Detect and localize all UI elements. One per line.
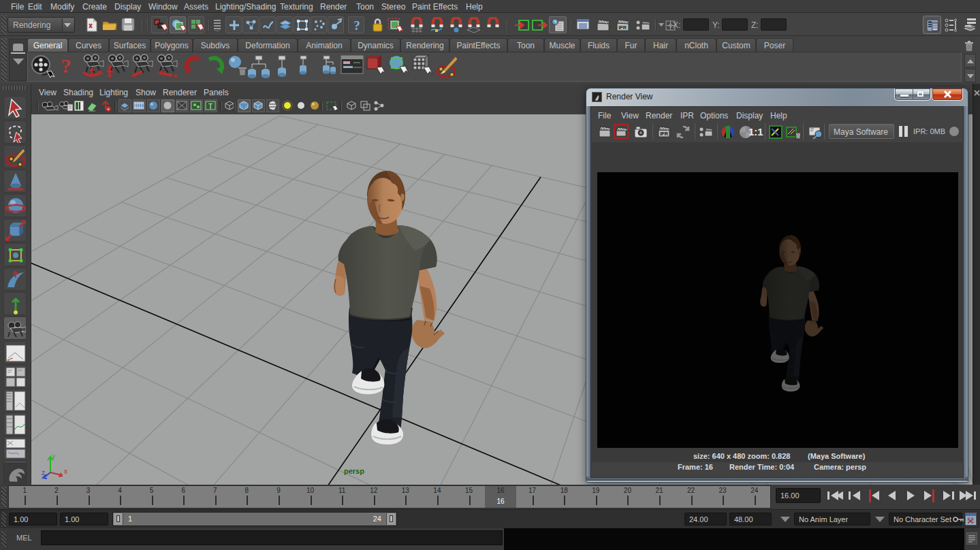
svg-text:z: z <box>42 469 45 476</box>
svg-text:IPR: IPR <box>618 25 627 30</box>
svg-text:IPR: IPR <box>660 131 668 136</box>
svg-text:?: ? <box>61 54 72 77</box>
svg-text:?: ? <box>353 18 360 33</box>
svg-text:y: y <box>52 453 55 460</box>
svg-text:+: + <box>107 106 110 112</box>
svg-text:T: T <box>208 102 213 110</box>
svg-text:x: x <box>64 468 67 475</box>
